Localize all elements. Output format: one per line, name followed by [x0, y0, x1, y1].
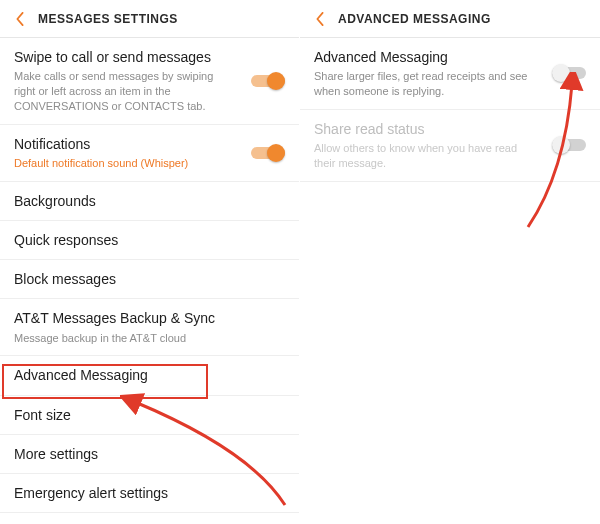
- row-share-read-status: Share read status Allow others to know w…: [300, 110, 600, 182]
- row-title: Font size: [14, 406, 285, 424]
- row-title: Advanced Messaging: [14, 366, 285, 384]
- header-title-right: ADVANCED MESSAGING: [338, 12, 491, 26]
- root: MESSAGES SETTINGS Swipe to call or send …: [0, 0, 600, 524]
- back-icon[interactable]: [312, 11, 328, 27]
- row-title: Backgrounds: [14, 192, 285, 210]
- toggle-notifications[interactable]: [251, 144, 285, 162]
- header-title-left: MESSAGES SETTINGS: [38, 12, 178, 26]
- panel-messages-settings: MESSAGES SETTINGS Swipe to call or send …: [0, 0, 300, 524]
- row-title: Advanced Messaging: [314, 48, 536, 66]
- toggle-share-read-status: [552, 136, 586, 154]
- panel-advanced-messaging: ADVANCED MESSAGING Advanced Messaging Sh…: [300, 0, 600, 524]
- row-quick-responses[interactable]: Quick responses: [0, 221, 299, 260]
- row-title: Emergency alert settings: [14, 484, 285, 502]
- toggle-swipe-to-call[interactable]: [251, 72, 285, 90]
- row-title: Notifications: [14, 135, 235, 153]
- header-left: MESSAGES SETTINGS: [0, 0, 299, 38]
- header-right: ADVANCED MESSAGING: [300, 0, 600, 38]
- row-emergency-alert-settings[interactable]: Emergency alert settings: [0, 474, 299, 513]
- row-att-backup-sync[interactable]: AT&T Messages Backup & Sync Message back…: [0, 299, 299, 356]
- row-sub: Share larger files, get read receipts an…: [314, 69, 536, 99]
- row-title: Quick responses: [14, 231, 285, 249]
- row-sub: Make calls or send messages by swiping r…: [14, 69, 235, 114]
- row-title: More settings: [14, 445, 285, 463]
- row-block-messages[interactable]: Block messages: [0, 260, 299, 299]
- row-notifications[interactable]: Notifications Default notification sound…: [0, 125, 299, 182]
- row-sub: Message backup in the AT&T cloud: [14, 331, 285, 346]
- row-adv-messaging[interactable]: Advanced Messaging Share larger files, g…: [300, 38, 600, 110]
- row-font-size[interactable]: Font size: [0, 396, 299, 435]
- row-advanced-messaging[interactable]: Advanced Messaging: [0, 356, 299, 395]
- row-title: Swipe to call or send messages: [14, 48, 235, 66]
- row-title: Block messages: [14, 270, 285, 288]
- row-title: AT&T Messages Backup & Sync: [14, 309, 285, 327]
- toggle-adv-messaging[interactable]: [552, 64, 586, 82]
- row-more-settings[interactable]: More settings: [0, 435, 299, 474]
- settings-list: Swipe to call or send messages Make call…: [0, 38, 299, 513]
- row-backgrounds[interactable]: Backgrounds: [0, 182, 299, 221]
- row-sub: Allow others to know when you have read …: [314, 141, 536, 171]
- advanced-list: Advanced Messaging Share larger files, g…: [300, 38, 600, 182]
- row-swipe-to-call[interactable]: Swipe to call or send messages Make call…: [0, 38, 299, 125]
- row-sub: Default notification sound (Whisper): [14, 156, 235, 171]
- row-title: Share read status: [314, 120, 536, 138]
- back-icon[interactable]: [12, 11, 28, 27]
